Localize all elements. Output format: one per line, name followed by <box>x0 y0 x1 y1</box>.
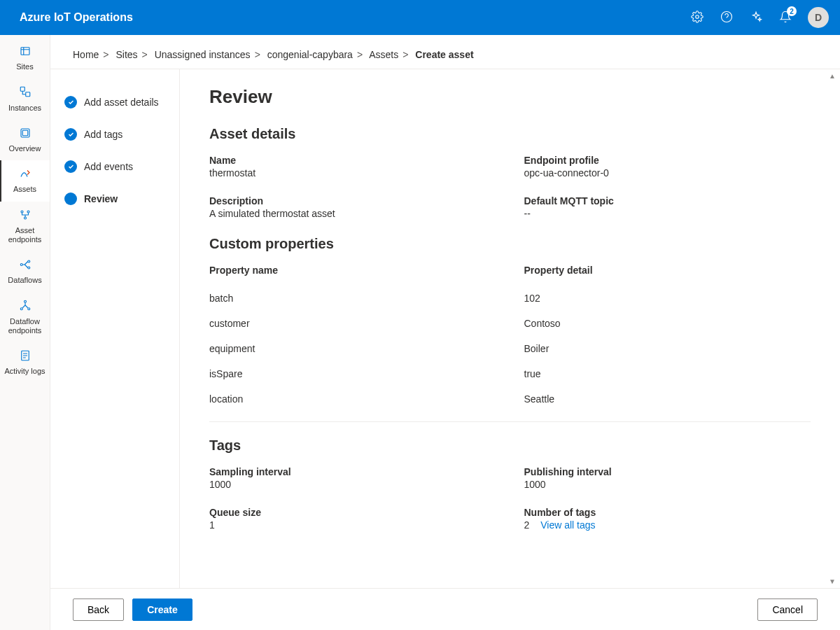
breadcrumb-link[interactable]: Home <box>73 49 99 60</box>
prop-detail: 102 <box>524 293 811 304</box>
svg-point-12 <box>27 260 29 262</box>
step-add-tags[interactable]: Add tags <box>62 118 168 150</box>
page-title: Review <box>209 86 811 108</box>
field-label: Default MQTT topic <box>524 195 811 206</box>
custom-prop-row: customer Contoso <box>209 311 811 336</box>
field-mqtt-topic: Default MQTT topic -- <box>524 195 811 219</box>
breadcrumb-link[interactable]: Sites <box>115 49 137 60</box>
sidebar-item-overview[interactable]: Overview <box>0 120 50 160</box>
step-done-icon <box>64 128 77 141</box>
create-button[interactable]: Create <box>132 598 192 621</box>
svg-rect-5 <box>25 92 29 97</box>
assets-icon <box>19 167 31 182</box>
custom-prop-row: batch 102 <box>209 286 811 311</box>
custom-prop-row: equipment Boiler <box>209 336 811 361</box>
help-button[interactable] <box>714 5 739 30</box>
field-publishing-interval: Publishing interval 1000 <box>524 466 811 490</box>
field-label: Description <box>209 195 496 206</box>
step-done-icon <box>64 96 77 108</box>
field-label: Sampling interval <box>209 466 496 477</box>
field-value: opc-ua-connector-0 <box>524 167 811 178</box>
scroll-up-icon[interactable]: ▲ <box>829 72 837 80</box>
svg-point-1 <box>722 11 732 22</box>
svg-rect-7 <box>22 130 28 136</box>
overview-icon <box>19 127 31 141</box>
step-label: Add tags <box>84 129 122 140</box>
svg-point-11 <box>20 264 22 266</box>
field-label: Number of tags <box>524 507 811 518</box>
cancel-button[interactable]: Cancel <box>757 598 818 621</box>
breadcrumb-link[interactable]: Unassigned instances <box>155 49 251 60</box>
asset-endpoints-icon <box>19 209 31 223</box>
breadcrumb-current: Create asset <box>415 49 473 60</box>
sidebar-item-label: Sites <box>16 62 33 71</box>
breadcrumb-link[interactable]: Assets <box>369 49 398 60</box>
notifications-button[interactable]: 2 <box>773 5 798 30</box>
prop-name: location <box>209 393 496 405</box>
prop-name: isSpare <box>209 368 496 379</box>
field-value: A simulated thermostat asset <box>209 208 496 219</box>
sidebar-item-label: Overview <box>9 144 41 153</box>
field-queue-size: Queue size 1 <box>209 507 496 531</box>
custom-prop-row: location Seattle <box>209 386 811 412</box>
asset-details-heading: Asset details <box>209 126 811 142</box>
tags-heading: Tags <box>209 438 811 454</box>
field-sampling-interval: Sampling interval 1000 <box>209 466 496 490</box>
num-tags-value: 2 <box>524 519 530 531</box>
scroll-down-icon[interactable]: ▼ <box>829 578 837 585</box>
svg-point-13 <box>27 267 29 269</box>
sidebar-item-label: Dataflow endpoints <box>2 317 48 335</box>
prop-detail: true <box>524 368 811 379</box>
field-endpoint-profile: Endpoint profile opc-ua-connector-0 <box>524 155 811 178</box>
breadcrumb-link[interactable]: congenial-capybara <box>267 49 353 60</box>
sidebar-item-activity-logs[interactable]: Activity logs <box>0 342 50 383</box>
svg-rect-3 <box>21 48 29 55</box>
step-review[interactable]: Review <box>62 183 168 215</box>
help-icon <box>720 10 733 25</box>
sidebar-item-dataflow-endpoints[interactable]: Dataflow endpoints <box>0 292 50 342</box>
sidebar-item-asset-endpoints[interactable]: Asset endpoints <box>0 202 50 252</box>
field-label: Endpoint profile <box>524 155 811 166</box>
step-add-asset-details[interactable]: Add asset details <box>62 86 168 118</box>
view-all-tags-link[interactable]: View all tags <box>540 519 595 531</box>
svg-point-10 <box>24 217 26 219</box>
svg-point-16 <box>27 308 29 310</box>
app-title: Azure IoT Operations <box>11 11 685 24</box>
svg-point-0 <box>696 15 699 18</box>
sidebar-item-instances[interactable]: Instances <box>0 78 50 119</box>
sidebar-item-label: Asset endpoints <box>2 226 48 244</box>
step-done-icon <box>64 160 77 173</box>
custom-props-header: Property name Property detail <box>209 265 811 276</box>
field-label: Queue size <box>209 507 496 518</box>
step-label: Add asset details <box>84 97 159 108</box>
header-actions: 2 D <box>685 5 829 30</box>
sidebar-item-dataflows[interactable]: Dataflows <box>0 251 50 292</box>
sidebar-item-label: Instances <box>8 104 41 113</box>
step-label: Review <box>84 193 118 204</box>
avatar[interactable]: D <box>808 7 829 28</box>
custom-properties-heading: Custom properties <box>209 236 811 252</box>
sidebar-item-label: Assets <box>13 185 36 194</box>
sites-icon <box>19 45 31 59</box>
sidebar-item-label: Dataflows <box>8 276 41 285</box>
field-value: 1000 <box>524 479 811 490</box>
sidebar-item-assets[interactable]: Assets <box>0 160 50 201</box>
sidebar-item-sites[interactable]: Sites <box>0 38 50 78</box>
activity-logs-icon <box>19 349 31 364</box>
sidebar-item-label: Activity logs <box>4 367 45 376</box>
settings-button[interactable] <box>685 5 710 30</box>
field-value: 2 View all tags <box>524 519 811 531</box>
field-value: thermostat <box>209 167 496 178</box>
column-header: Property detail <box>524 265 811 276</box>
step-add-events[interactable]: Add events <box>62 150 168 183</box>
whatsnew-button[interactable] <box>743 5 769 30</box>
prop-detail: Boiler <box>524 343 811 354</box>
field-label: Name <box>209 155 496 166</box>
field-description: Description A simulated thermostat asset <box>209 195 496 219</box>
svg-point-9 <box>27 211 29 213</box>
svg-point-15 <box>20 308 22 310</box>
breadcrumb: Home> Sites> Unassigned instances> conge… <box>50 35 840 69</box>
review-content: Review Asset details Name thermostat End… <box>180 69 840 588</box>
step-label: Add events <box>84 161 133 172</box>
back-button[interactable]: Back <box>73 598 124 621</box>
